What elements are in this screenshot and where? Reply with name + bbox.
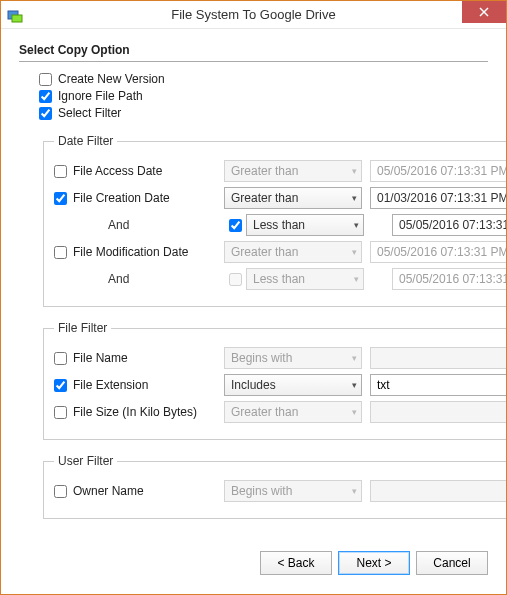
file-size-checkbox[interactable] (54, 406, 67, 419)
create-new-version-checkbox[interactable] (39, 73, 52, 86)
user-filter-group: User Filter Owner Name Begins with▾ (43, 454, 506, 519)
file-creation-date-operator[interactable]: Greater than▾ (224, 187, 362, 209)
modification-and-row: And Less than▾ 05/05/2016 07:13:31 PM ▾ (54, 267, 506, 291)
modification-and-operator[interactable]: Less than▾ (246, 268, 364, 290)
svg-rect-1 (12, 15, 22, 22)
ignore-file-path-option[interactable]: Ignore File Path (39, 89, 488, 103)
chevron-down-icon: ▾ (352, 166, 357, 176)
section-title: Select Copy Option (19, 43, 488, 57)
file-access-date-checkbox[interactable] (54, 165, 67, 178)
owner-name-operator[interactable]: Begins with▾ (224, 480, 362, 502)
file-filter-group: File Filter File Name Begins with▾ (43, 321, 506, 440)
owner-name-input[interactable] (370, 480, 506, 502)
file-modification-date-checkbox[interactable] (54, 246, 67, 259)
date-filter-group: Date Filter File Access Date Greater tha… (43, 134, 506, 307)
creation-and-checkbox[interactable] (229, 219, 242, 232)
file-size-option[interactable]: File Size (In Kilo Bytes) (54, 405, 224, 419)
chevron-down-icon: ▾ (352, 247, 357, 257)
file-name-label: File Name (73, 351, 128, 365)
file-size-input[interactable] (370, 401, 506, 423)
file-modification-date-value[interactable]: 05/05/2016 07:13:31 PM ▾ (370, 241, 506, 263)
file-name-option[interactable]: File Name (54, 351, 224, 365)
creation-and-value[interactable]: 05/05/2016 07:13:31 PM ▾ (392, 214, 506, 236)
close-button[interactable] (462, 1, 506, 23)
button-bar: < Back Next > Cancel (1, 546, 506, 594)
chevron-down-icon: ▾ (354, 220, 359, 230)
file-name-operator[interactable]: Begins with▾ (224, 347, 362, 369)
chevron-down-icon: ▾ (354, 274, 359, 284)
file-modification-date-row: File Modification Date Greater than▾ 05/… (54, 240, 506, 264)
file-extension-checkbox[interactable] (54, 379, 67, 392)
file-name-row: File Name Begins with▾ (54, 346, 506, 370)
content-area: Select Copy Option Create New Version Ig… (1, 29, 506, 546)
select-filter-label: Select Filter (58, 106, 121, 120)
file-name-checkbox[interactable] (54, 352, 67, 365)
cancel-button[interactable]: Cancel (416, 551, 488, 575)
select-filter-checkbox[interactable] (39, 107, 52, 120)
chevron-down-icon: ▾ (352, 353, 357, 363)
date-filter-legend: Date Filter (54, 134, 117, 148)
owner-name-option[interactable]: Owner Name (54, 484, 224, 498)
app-icon (7, 7, 23, 23)
file-extension-operator[interactable]: Includes▾ (224, 374, 362, 396)
file-creation-date-option[interactable]: File Creation Date (54, 191, 224, 205)
file-access-date-option[interactable]: File Access Date (54, 164, 224, 178)
chevron-down-icon: ▾ (352, 407, 357, 417)
file-creation-date-row: File Creation Date Greater than▾ 01/03/2… (54, 186, 506, 210)
modification-and-label: And (54, 272, 224, 286)
file-access-date-value[interactable]: 05/05/2016 07:13:31 PM ▾ (370, 160, 506, 182)
close-icon (479, 7, 489, 17)
chevron-down-icon: ▾ (352, 486, 357, 496)
creation-and-row: And Less than▾ 05/05/2016 07:13:31 PM ▾ (54, 213, 506, 237)
ignore-file-path-checkbox[interactable] (39, 90, 52, 103)
file-extension-label: File Extension (73, 378, 148, 392)
file-extension-row: File Extension Includes▾ (54, 373, 506, 397)
file-extension-input[interactable] (370, 374, 506, 396)
owner-name-label: Owner Name (73, 484, 144, 498)
user-filter-legend: User Filter (54, 454, 117, 468)
select-filter-option[interactable]: Select Filter (39, 106, 488, 120)
file-creation-date-checkbox[interactable] (54, 192, 67, 205)
file-modification-date-option[interactable]: File Modification Date (54, 245, 224, 259)
titlebar: File System To Google Drive (1, 1, 506, 29)
owner-name-row: Owner Name Begins with▾ (54, 479, 506, 503)
file-modification-date-label: File Modification Date (73, 245, 188, 259)
ignore-file-path-label: Ignore File Path (58, 89, 143, 103)
creation-and-operator[interactable]: Less than▾ (246, 214, 364, 236)
file-access-date-operator[interactable]: Greater than▾ (224, 160, 362, 182)
file-filter-legend: File Filter (54, 321, 111, 335)
file-creation-date-value[interactable]: 01/03/2016 07:13:31 PM ▾ (370, 187, 506, 209)
next-button[interactable]: Next > (338, 551, 410, 575)
modification-and-value[interactable]: 05/05/2016 07:13:31 PM ▾ (392, 268, 506, 290)
window-title: File System To Google Drive (1, 7, 506, 22)
file-extension-option[interactable]: File Extension (54, 378, 224, 392)
file-size-label: File Size (In Kilo Bytes) (73, 405, 197, 419)
create-new-version-label: Create New Version (58, 72, 165, 86)
file-access-date-label: File Access Date (73, 164, 162, 178)
chevron-down-icon: ▾ (352, 380, 357, 390)
file-creation-date-label: File Creation Date (73, 191, 170, 205)
file-name-input[interactable] (370, 347, 506, 369)
creation-and-label: And (54, 218, 224, 232)
file-modification-date-operator[interactable]: Greater than▾ (224, 241, 362, 263)
owner-name-checkbox[interactable] (54, 485, 67, 498)
divider (19, 61, 488, 62)
create-new-version-option[interactable]: Create New Version (39, 72, 488, 86)
modification-and-checkbox[interactable] (229, 273, 242, 286)
file-access-date-row: File Access Date Greater than▾ 05/05/201… (54, 159, 506, 183)
file-size-operator[interactable]: Greater than▾ (224, 401, 362, 423)
dialog-window: File System To Google Drive Select Copy … (0, 0, 507, 595)
file-size-row: File Size (In Kilo Bytes) Greater than▾ (54, 400, 506, 424)
chevron-down-icon: ▾ (352, 193, 357, 203)
back-button[interactable]: < Back (260, 551, 332, 575)
